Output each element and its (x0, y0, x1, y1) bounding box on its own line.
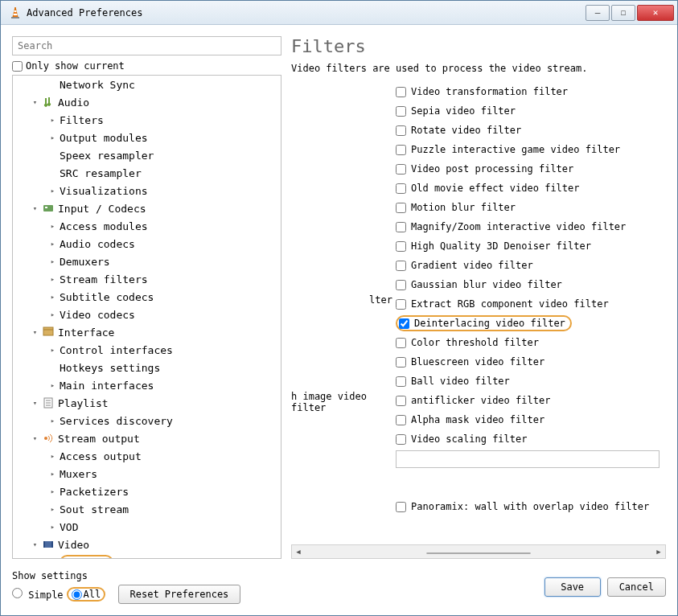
expander-icon[interactable]: ▾ (31, 204, 39, 213)
expander-icon[interactable]: ▾ (31, 399, 39, 408)
cancel-button[interactable]: Cancel (607, 577, 666, 597)
tree-item[interactable]: ▸Video codecs (13, 306, 281, 323)
expander-icon[interactable]: ▸ (48, 187, 57, 195)
search-input[interactable] (12, 36, 281, 55)
tree-item[interactable]: ▸Visualizations (13, 182, 281, 199)
tree-item[interactable]: ▸Main interfaces (13, 376, 281, 394)
filter-checkbox[interactable] (396, 338, 406, 348)
filter-checkbox[interactable] (396, 299, 406, 310)
filter-checkbox-row[interactable]: Puzzle interactive game video filter (396, 140, 660, 159)
tree-item[interactable]: ▾Audio (13, 93, 281, 111)
expander-icon[interactable]: ▾ (31, 434, 39, 443)
tree-item[interactable]: ▸Output modules (13, 129, 281, 146)
tree-item[interactable]: ▸Packetizers (13, 483, 281, 500)
tree-item[interactable]: ▸Subtitle codecs (13, 288, 281, 306)
tree-item[interactable]: Hotkeys settings (13, 359, 281, 376)
expander-icon[interactable]: ▸ (48, 487, 57, 496)
expander-icon[interactable]: ▸ (48, 257, 57, 266)
expander-icon[interactable]: ▸ (48, 452, 57, 461)
expander-icon[interactable]: ▸ (48, 523, 57, 532)
filter-checkbox-row[interactable]: Bluescreen video filter (396, 352, 660, 372)
expander-icon[interactable]: ▸ (48, 346, 57, 355)
mode-simple[interactable]: Simple (12, 588, 64, 601)
horizontal-scrollbar[interactable]: ◀ ▶ (291, 544, 666, 559)
filter-checkbox-row[interactable]: Ball video filter (396, 372, 660, 391)
filter-checkbox-row[interactable]: Gradient video filter (396, 256, 660, 275)
filter-checkbox[interactable] (396, 222, 406, 232)
close-button[interactable]: ✕ (637, 5, 674, 21)
filter-checkbox[interactable] (396, 357, 406, 368)
filter-checkbox-row[interactable]: Deinterlacing video filter (396, 314, 660, 333)
tree-item[interactable]: ▸Access output (13, 447, 281, 465)
expander-icon[interactable]: ▸ (48, 133, 57, 142)
tree-item[interactable]: ▾Interface (13, 323, 281, 341)
filter-checkbox-row[interactable]: antiflicker video filter (396, 391, 660, 410)
tree-item[interactable]: ▸Muxers (13, 465, 281, 483)
filter-checkbox[interactable] (399, 318, 409, 329)
category-tree[interactable]: Network Sync▾Audio▸Filters▸Output module… (12, 75, 281, 559)
expander-icon[interactable] (48, 363, 57, 372)
minimize-button[interactable]: — (586, 5, 610, 21)
tree-item[interactable]: ▸VOD (13, 518, 281, 536)
filter-checkbox[interactable] (396, 125, 406, 136)
filter-checkbox[interactable] (396, 502, 406, 512)
filter-checkbox[interactable] (396, 396, 406, 406)
filter-checkbox-row[interactable]: Color threshold filter (396, 333, 660, 352)
only-show-current[interactable]: Only show current (12, 60, 281, 72)
filter-checkbox-row[interactable]: Alpha mask video filter (396, 410, 660, 429)
tree-item[interactable]: ▾Stream output (13, 429, 281, 447)
tree-item[interactable]: Speex resampler (13, 146, 281, 164)
expander-icon[interactable] (48, 80, 57, 89)
scroll-thumb[interactable] (426, 552, 531, 554)
expander-icon[interactable]: ▸ (48, 558, 57, 560)
only-show-current-checkbox[interactable] (12, 61, 23, 72)
expander-icon[interactable] (48, 169, 57, 178)
tree-item[interactable]: ▸Control interfaces (13, 341, 281, 359)
expander-icon[interactable]: ▸ (48, 222, 57, 231)
expander-icon[interactable]: ▸ (48, 240, 57, 248)
expander-icon[interactable]: ▸ (48, 381, 57, 390)
expander-icon[interactable]: ▸ (48, 293, 57, 302)
tree-item[interactable]: SRC resampler (13, 164, 281, 182)
filter-text-input[interactable] (396, 450, 660, 468)
tree-item[interactable]: ▸Stream filters (13, 270, 281, 288)
tree-item[interactable]: ▾Input / Codecs (13, 199, 281, 217)
tree-item[interactable]: ▸Services discovery (13, 412, 281, 429)
filter-checkbox[interactable] (396, 434, 406, 445)
tree-item[interactable]: ▸Filters (13, 553, 281, 559)
mode-all[interactable]: All (67, 587, 106, 602)
tree-item[interactable]: ▸Access modules (13, 217, 281, 235)
filter-checkbox-row[interactable]: Sepia video filter (396, 101, 660, 121)
filter-checkbox-row[interactable]: Extract RGB component video filter (396, 294, 660, 314)
reset-preferences-button[interactable]: Reset Preferences (118, 585, 241, 604)
tree-item[interactable]: ▸Filters (13, 111, 281, 129)
filter-checkbox-row[interactable]: Video post processing filter (396, 159, 660, 179)
filter-checkbox[interactable] (396, 106, 406, 117)
filter-checkbox[interactable] (396, 261, 406, 271)
filter-checkbox[interactable] (396, 183, 406, 194)
tree-item[interactable]: Network Sync (13, 76, 281, 93)
tree-item[interactable]: ▸Audio codecs (13, 235, 281, 253)
expander-icon[interactable]: ▾ (31, 540, 39, 549)
expander-icon[interactable]: ▸ (48, 505, 57, 514)
tree-item[interactable]: ▾Playlist (13, 394, 281, 412)
scroll-left-arrow[interactable]: ◀ (292, 545, 305, 558)
filter-checkbox-row[interactable]: Motion blur filter (396, 198, 660, 217)
expander-icon[interactable]: ▸ (48, 417, 57, 425)
filter-checkbox-row[interactable]: Gaussian blur video filter (396, 275, 660, 294)
filter-checkbox[interactable] (396, 203, 406, 213)
filter-checkbox-row[interactable]: Magnify/Zoom interactive video filter (396, 217, 660, 236)
filter-checkbox-row[interactable]: Rotate video filter (396, 121, 660, 140)
expander-icon[interactable]: ▸ (48, 310, 57, 319)
expander-icon[interactable]: ▾ (31, 328, 39, 337)
filter-checkbox[interactable] (396, 145, 406, 155)
filter-checkbox[interactable] (396, 164, 406, 175)
tree-item[interactable]: ▸Demuxers (13, 253, 281, 270)
filter-checkbox-row[interactable]: High Quality 3D Denoiser filter (396, 236, 660, 256)
save-button[interactable]: Save (544, 577, 601, 597)
panoramix-row[interactable]: Panoramix: wall with overlap video filte… (396, 497, 660, 516)
expander-icon[interactable] (48, 151, 57, 160)
filter-checkbox[interactable] (396, 280, 406, 290)
tree-item[interactable]: ▾Video (13, 536, 281, 553)
expander-icon[interactable]: ▸ (48, 275, 57, 284)
